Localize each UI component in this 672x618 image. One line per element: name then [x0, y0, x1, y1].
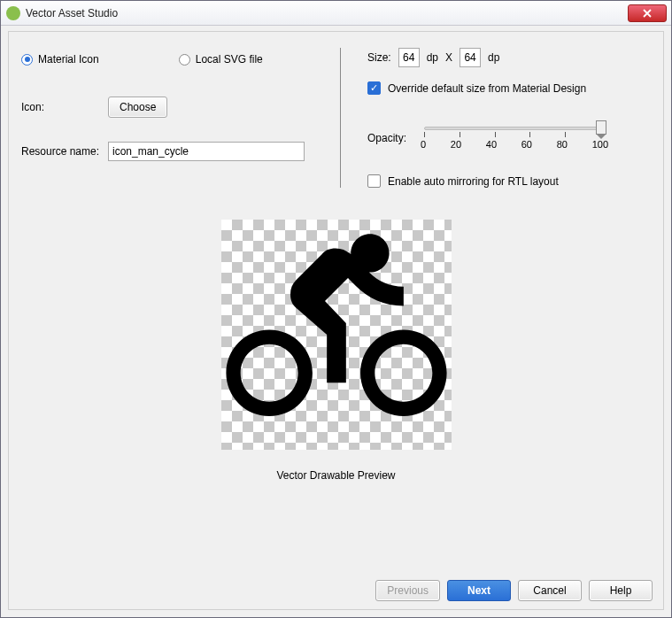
slider-tick-labels: 0 20 40 60 80 100 [421, 139, 608, 150]
choose-icon-button[interactable]: Choose [108, 97, 167, 118]
app-icon [6, 6, 20, 20]
radio-icon [21, 54, 33, 66]
previous-button: Previous [375, 580, 440, 601]
radio-label: Local SVG file [196, 53, 263, 66]
button-label: Previous [387, 584, 429, 597]
window-title: Vector Asset Studio [26, 7, 628, 19]
size-width-input[interactable] [398, 48, 420, 67]
button-label: Help [610, 584, 632, 597]
icon-label: Icon: [21, 101, 108, 113]
opacity-slider[interactable]: 0 20 40 60 80 100 [424, 123, 601, 153]
slider-track [424, 127, 601, 130]
size-sep: X [445, 51, 452, 64]
button-label: Cancel [533, 584, 566, 597]
help-button[interactable]: Help [589, 580, 653, 601]
button-label: Choose [120, 101, 156, 113]
override-size-checkbox[interactable] [367, 81, 381, 95]
asset-type-material-icon[interactable]: Material Icon [21, 53, 99, 66]
close-button[interactable] [628, 4, 667, 22]
size-height-input[interactable] [460, 48, 481, 67]
radio-icon [179, 54, 190, 66]
resource-name-label: Resource name: [21, 145, 108, 158]
next-button[interactable]: Next [447, 580, 511, 601]
button-label: Next [467, 584, 490, 597]
preview-label: Vector Drawable Preview [276, 469, 395, 482]
directions-bike-icon [221, 220, 452, 450]
size-unit: dp [488, 51, 499, 64]
cancel-button[interactable]: Cancel [518, 580, 582, 601]
rtl-mirror-label: Enable auto mirroring for RTL layout [388, 175, 559, 188]
asset-type-local-svg[interactable]: Local SVG file [179, 53, 263, 66]
size-label: Size: [367, 51, 391, 64]
opacity-label: Opacity: [367, 132, 406, 144]
rtl-mirror-checkbox[interactable] [367, 174, 381, 188]
size-unit: dp [427, 51, 438, 64]
resource-name-input[interactable] [108, 142, 305, 161]
close-icon [643, 9, 652, 18]
slider-ticks [424, 132, 601, 139]
preview-canvas [221, 220, 452, 450]
radio-label: Material Icon [38, 53, 99, 66]
override-size-label: Override default size from Material Desi… [388, 82, 586, 95]
slider-thumb[interactable] [596, 120, 606, 135]
